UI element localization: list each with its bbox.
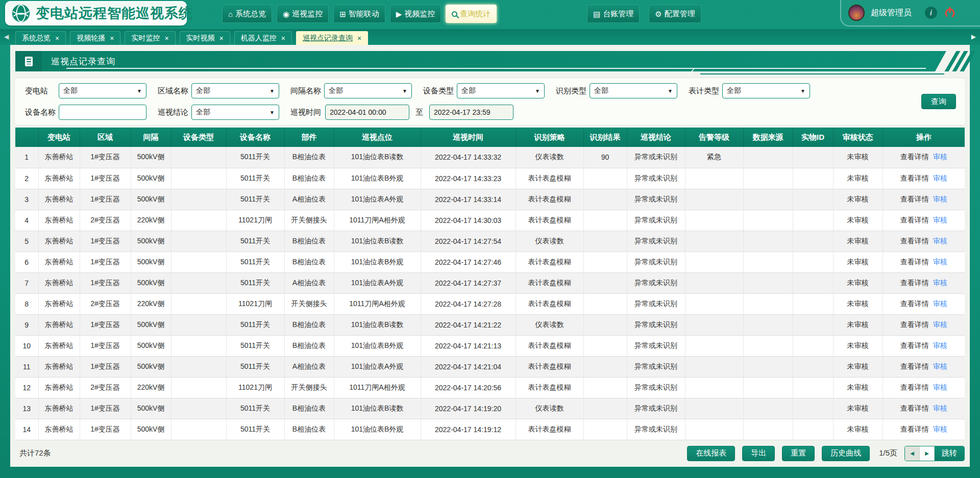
view-detail-link[interactable]: 查看详情 <box>900 174 929 182</box>
nav-button-query-stats[interactable]: 查询统计 <box>446 5 497 23</box>
cell-point: 101油位表B外观 <box>334 335 421 356</box>
eye-icon: ◉ <box>283 10 289 18</box>
avatar[interactable] <box>848 5 865 21</box>
conclusion-value: 全部 <box>196 108 210 117</box>
cell-no: 9 <box>15 314 38 335</box>
tab-close-icon[interactable]: × <box>357 35 361 42</box>
tab-video-carousel[interactable]: 视频轮播× <box>70 31 120 45</box>
nav-button-video-monitor[interactable]: ▶视频监控 <box>390 5 442 23</box>
audit-link[interactable]: 审核 <box>933 258 947 266</box>
view-detail-link[interactable]: 查看详情 <box>900 216 929 224</box>
cell-result <box>583 210 627 231</box>
tab-realtime-video[interactable]: 实时视频× <box>180 31 230 45</box>
view-detail-link[interactable]: 查看详情 <box>900 404 929 412</box>
cell-conclusion: 异常或未识别 <box>627 398 685 419</box>
nav-button-config-management[interactable]: ⚙配置管理 <box>649 5 701 23</box>
cell-bay: 500kV侧 <box>131 398 171 419</box>
tab-system-overview[interactable]: 系统总览× <box>15 31 66 45</box>
time-from-input[interactable] <box>325 105 409 120</box>
device-type-select[interactable]: 全部▼ <box>457 83 545 98</box>
view-detail-link[interactable]: 查看详情 <box>900 237 929 245</box>
view-detail-link[interactable]: 查看详情 <box>900 153 929 161</box>
audit-link[interactable]: 审核 <box>933 153 947 161</box>
cell-actions: 查看详情审核 <box>883 147 965 168</box>
search-button[interactable]: 查询 <box>921 94 956 109</box>
tab-scroll-right-icon[interactable]: ▶ <box>971 33 976 40</box>
cell-audit_status: 未审核 <box>833 210 883 231</box>
reset-button[interactable]: 重置 <box>782 446 815 461</box>
view-detail-link[interactable]: 查看详情 <box>900 383 929 391</box>
tab-robot-monitor[interactable]: 机器人监控× <box>234 31 292 45</box>
nav-button-patrol-monitor[interactable]: ◉巡视监控 <box>277 5 329 23</box>
recognize-type-select[interactable]: 全部▼ <box>590 83 677 98</box>
meter-type-select[interactable]: 全部▼ <box>722 83 810 98</box>
tab-close-icon[interactable]: × <box>281 35 285 42</box>
cell-device: 5011开关 <box>226 168 284 189</box>
audit-link[interactable]: 审核 <box>933 425 947 433</box>
cell-strategy: 表计表盘模糊 <box>516 251 583 272</box>
tab-close-icon[interactable]: × <box>55 35 59 42</box>
audit-link[interactable]: 审核 <box>933 216 947 224</box>
online-report-button[interactable]: 在线报表 <box>687 446 735 461</box>
view-detail-link[interactable]: 查看详情 <box>900 320 929 329</box>
history-curve-button[interactable]: 历史曲线 <box>822 446 870 461</box>
cell-source <box>743 398 793 419</box>
view-detail-link[interactable]: 查看详情 <box>900 362 929 370</box>
filter-recognize-type: 识别类型全部▼ <box>556 83 677 98</box>
substation-select[interactable]: 全部▼ <box>59 83 146 98</box>
cell-audit_status: 未审核 <box>833 335 883 356</box>
cell-strategy: 仪表读数 <box>516 231 583 251</box>
cell-source <box>743 168 793 189</box>
table-row: 3东善桥站1#变压器500kV侧5011开关A相油位表101油位表A外观2022… <box>15 189 965 210</box>
nav-button-smart-linkage[interactable]: ⊞智能联动 <box>333 5 385 23</box>
cell-station: 东善桥站 <box>38 314 80 335</box>
cell-bay: 220kV侧 <box>131 293 171 314</box>
audit-link[interactable]: 审核 <box>933 195 947 203</box>
cell-conclusion: 异常或未识别 <box>627 189 685 210</box>
power-icon[interactable] <box>943 6 957 19</box>
cell-result <box>583 272 627 293</box>
time-to-input[interactable] <box>429 105 513 120</box>
tab-close-icon[interactable]: × <box>219 35 224 42</box>
audit-link[interactable]: 审核 <box>933 174 947 182</box>
cell-audit_status: 未审核 <box>833 419 883 440</box>
cell-device_type <box>171 314 226 335</box>
column-header-16: 操作 <box>883 128 965 147</box>
audit-link[interactable]: 审核 <box>933 279 947 287</box>
view-detail-link[interactable]: 查看详情 <box>900 341 929 349</box>
tab-close-icon[interactable]: × <box>164 35 168 42</box>
audit-link[interactable]: 审核 <box>933 383 947 391</box>
audit-link[interactable]: 审核 <box>933 404 947 412</box>
tab-scroll-left-icon[interactable]: ◀ <box>4 33 9 40</box>
tab-close-icon[interactable]: × <box>110 35 114 42</box>
audit-link[interactable]: 审核 <box>933 299 947 308</box>
view-detail-link[interactable]: 查看详情 <box>900 299 929 308</box>
tab-patrol-record-query[interactable]: 巡视点记录查询× <box>296 31 368 45</box>
smart-link-icon: ⊞ <box>339 10 346 18</box>
cell-part: 开关侧接头 <box>284 293 334 314</box>
bay-name-select[interactable]: 全部▼ <box>324 83 412 98</box>
audit-link[interactable]: 审核 <box>933 362 947 370</box>
nav-button-ledger-management[interactable]: ▤台账管理 <box>587 5 640 23</box>
area-name-select[interactable]: 全部▼ <box>191 83 279 98</box>
prev-page-icon[interactable]: ◀ <box>905 446 920 461</box>
cell-conclusion: 异常或未识别 <box>627 231 685 251</box>
view-detail-link[interactable]: 查看详情 <box>900 258 929 266</box>
export-button[interactable]: 导出 <box>742 446 775 461</box>
filter-row-1: 变电站全部▼区域名称全部▼间隔名称全部▼设备类型全部▼识别类型全部▼表计类型全部… <box>25 83 810 98</box>
cell-conclusion: 异常或未识别 <box>627 335 685 356</box>
device-name-input[interactable] <box>59 105 146 120</box>
tab-realtime-monitor[interactable]: 实时监控× <box>125 31 175 45</box>
view-detail-link[interactable]: 查看详情 <box>900 279 929 287</box>
nav-button-system-overview[interactable]: ⌂系统总览 <box>222 5 272 23</box>
audit-link[interactable]: 审核 <box>933 320 947 329</box>
info-icon[interactable]: i <box>925 7 937 19</box>
cell-device: 5011开关 <box>226 314 284 335</box>
view-detail-link[interactable]: 查看详情 <box>900 195 929 203</box>
view-detail-link[interactable]: 查看详情 <box>900 425 929 433</box>
audit-link[interactable]: 审核 <box>933 341 947 349</box>
next-page-icon[interactable]: ▶ <box>920 446 935 461</box>
jump-button[interactable]: 跳转 <box>935 446 964 461</box>
audit-link[interactable]: 审核 <box>933 237 947 245</box>
conclusion-select[interactable]: 全部 ▼ <box>191 105 279 120</box>
